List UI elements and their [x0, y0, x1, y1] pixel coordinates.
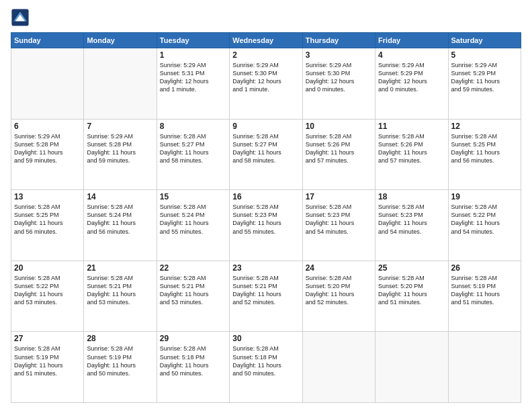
day-number: 3 [306, 50, 372, 60]
day-number: 8 [160, 122, 226, 131]
calendar-cell: 30Sunrise: 5:28 AMSunset: 5:18 PMDayligh… [230, 332, 302, 403]
calendar-cell: 19Sunrise: 5:28 AMSunset: 5:22 PMDayligh… [448, 190, 521, 261]
day-number: 1 [160, 50, 226, 60]
page: SundayMondayTuesdayWednesdayThursdayFrid… [0, 0, 532, 411]
day-detail: Sunrise: 5:28 AMSunset: 5:26 PMDaylight:… [306, 132, 372, 165]
calendar-cell: 10Sunrise: 5:28 AMSunset: 5:26 PMDayligh… [302, 119, 375, 190]
day-detail: Sunrise: 5:28 AMSunset: 5:27 PMDaylight:… [160, 132, 226, 165]
day-detail: Sunrise: 5:29 AMSunset: 5:28 PMDaylight:… [87, 132, 153, 165]
calendar-cell: 16Sunrise: 5:28 AMSunset: 5:23 PMDayligh… [230, 190, 302, 261]
day-detail: Sunrise: 5:28 AMSunset: 5:21 PMDaylight:… [232, 274, 299, 307]
calendar-cell: 9Sunrise: 5:28 AMSunset: 5:27 PMDaylight… [230, 119, 302, 190]
day-number: 6 [14, 122, 81, 131]
calendar-cell: 22Sunrise: 5:28 AMSunset: 5:21 PMDayligh… [157, 261, 229, 332]
day-number: 28 [87, 334, 153, 343]
calendar-cell: 21Sunrise: 5:28 AMSunset: 5:21 PMDayligh… [84, 261, 157, 332]
calendar-cell: 5Sunrise: 5:29 AMSunset: 5:29 PMDaylight… [448, 48, 521, 120]
day-number: 23 [232, 263, 299, 273]
day-detail: Sunrise: 5:28 AMSunset: 5:25 PMDaylight:… [14, 203, 81, 236]
logo [11, 8, 31, 27]
weekday-header: Wednesday [230, 33, 302, 48]
day-number: 2 [232, 50, 299, 60]
calendar-cell: 4Sunrise: 5:29 AMSunset: 5:29 PMDaylight… [375, 48, 448, 120]
calendar-cell: 11Sunrise: 5:28 AMSunset: 5:26 PMDayligh… [375, 119, 448, 190]
day-number: 9 [232, 122, 299, 131]
day-number: 13 [14, 192, 81, 201]
calendar-cell: 7Sunrise: 5:29 AMSunset: 5:28 PMDaylight… [84, 119, 157, 190]
calendar-cell: 8Sunrise: 5:28 AMSunset: 5:27 PMDaylight… [157, 119, 229, 190]
calendar-week-row: 6Sunrise: 5:29 AMSunset: 5:28 PMDaylight… [11, 119, 521, 190]
day-number: 29 [160, 334, 226, 343]
day-number: 5 [451, 50, 518, 60]
day-number: 26 [451, 263, 518, 273]
day-number: 15 [160, 192, 226, 201]
calendar-cell [302, 332, 375, 403]
day-detail: Sunrise: 5:28 AMSunset: 5:20 PMDaylight:… [378, 274, 445, 307]
day-detail: Sunrise: 5:28 AMSunset: 5:19 PMDaylight:… [14, 345, 81, 377]
calendar-cell: 24Sunrise: 5:28 AMSunset: 5:20 PMDayligh… [302, 261, 375, 332]
calendar-cell: 18Sunrise: 5:28 AMSunset: 5:23 PMDayligh… [375, 190, 448, 261]
calendar-cell: 3Sunrise: 5:29 AMSunset: 5:30 PMDaylight… [302, 48, 375, 120]
day-detail: Sunrise: 5:29 AMSunset: 5:29 PMDaylight:… [378, 61, 445, 94]
day-detail: Sunrise: 5:28 AMSunset: 5:18 PMDaylight:… [160, 345, 226, 377]
day-detail: Sunrise: 5:28 AMSunset: 5:18 PMDaylight:… [232, 345, 299, 377]
weekday-header: Friday [375, 33, 448, 48]
day-number: 24 [306, 263, 372, 273]
day-detail: Sunrise: 5:28 AMSunset: 5:22 PMDaylight:… [14, 274, 81, 307]
calendar-cell: 12Sunrise: 5:28 AMSunset: 5:25 PMDayligh… [448, 119, 521, 190]
day-detail: Sunrise: 5:28 AMSunset: 5:24 PMDaylight:… [87, 203, 153, 236]
day-number: 17 [306, 192, 372, 201]
day-number: 10 [306, 122, 372, 131]
calendar-cell: 2Sunrise: 5:29 AMSunset: 5:30 PMDaylight… [230, 48, 302, 120]
day-detail: Sunrise: 5:28 AMSunset: 5:21 PMDaylight:… [87, 274, 153, 307]
day-detail: Sunrise: 5:28 AMSunset: 5:25 PMDaylight:… [451, 132, 518, 165]
weekday-header: Tuesday [157, 33, 229, 48]
day-detail: Sunrise: 5:29 AMSunset: 5:30 PMDaylight:… [232, 61, 299, 94]
day-detail: Sunrise: 5:28 AMSunset: 5:24 PMDaylight:… [160, 203, 226, 236]
calendar-cell [375, 332, 448, 403]
calendar-cell: 27Sunrise: 5:28 AMSunset: 5:19 PMDayligh… [11, 332, 84, 403]
day-detail: Sunrise: 5:28 AMSunset: 5:27 PMDaylight:… [232, 132, 299, 165]
calendar-cell [11, 48, 84, 120]
calendar-week-row: 20Sunrise: 5:28 AMSunset: 5:22 PMDayligh… [11, 261, 521, 332]
day-number: 22 [160, 263, 226, 273]
day-number: 18 [378, 192, 445, 201]
calendar-cell [84, 48, 157, 120]
calendar-week-row: 13Sunrise: 5:28 AMSunset: 5:25 PMDayligh… [11, 190, 521, 261]
day-number: 25 [378, 263, 445, 273]
day-number: 12 [451, 122, 518, 131]
calendar-cell: 28Sunrise: 5:28 AMSunset: 5:19 PMDayligh… [84, 332, 157, 403]
day-number: 4 [378, 50, 445, 60]
calendar-cell: 14Sunrise: 5:28 AMSunset: 5:24 PMDayligh… [84, 190, 157, 261]
calendar-cell: 15Sunrise: 5:28 AMSunset: 5:24 PMDayligh… [157, 190, 229, 261]
day-number: 7 [87, 122, 153, 131]
day-number: 19 [451, 192, 518, 201]
day-detail: Sunrise: 5:28 AMSunset: 5:22 PMDaylight:… [451, 203, 518, 236]
day-number: 27 [14, 334, 81, 343]
day-detail: Sunrise: 5:29 AMSunset: 5:31 PMDaylight:… [160, 61, 226, 94]
calendar-cell: 25Sunrise: 5:28 AMSunset: 5:20 PMDayligh… [375, 261, 448, 332]
calendar-week-row: 1Sunrise: 5:29 AMSunset: 5:31 PMDaylight… [11, 48, 521, 120]
day-number: 16 [232, 192, 299, 201]
calendar-cell: 6Sunrise: 5:29 AMSunset: 5:28 PMDaylight… [11, 119, 84, 190]
weekday-header: Saturday [448, 33, 521, 48]
day-detail: Sunrise: 5:28 AMSunset: 5:21 PMDaylight:… [160, 274, 226, 307]
day-detail: Sunrise: 5:28 AMSunset: 5:19 PMDaylight:… [451, 274, 518, 307]
calendar-cell: 23Sunrise: 5:28 AMSunset: 5:21 PMDayligh… [230, 261, 302, 332]
day-detail: Sunrise: 5:28 AMSunset: 5:23 PMDaylight:… [232, 203, 299, 236]
calendar-cell [448, 332, 521, 403]
day-detail: Sunrise: 5:29 AMSunset: 5:29 PMDaylight:… [451, 61, 518, 94]
calendar-cell: 29Sunrise: 5:28 AMSunset: 5:18 PMDayligh… [157, 332, 229, 403]
calendar-cell: 20Sunrise: 5:28 AMSunset: 5:22 PMDayligh… [11, 261, 84, 332]
calendar-cell: 26Sunrise: 5:28 AMSunset: 5:19 PMDayligh… [448, 261, 521, 332]
weekday-header: Sunday [11, 33, 84, 48]
calendar-header-row: SundayMondayTuesdayWednesdayThursdayFrid… [11, 33, 521, 48]
calendar-cell: 13Sunrise: 5:28 AMSunset: 5:25 PMDayligh… [11, 190, 84, 261]
day-detail: Sunrise: 5:28 AMSunset: 5:19 PMDaylight:… [87, 345, 153, 377]
day-detail: Sunrise: 5:28 AMSunset: 5:20 PMDaylight:… [306, 274, 372, 307]
calendar-week-row: 27Sunrise: 5:28 AMSunset: 5:19 PMDayligh… [11, 332, 521, 403]
day-detail: Sunrise: 5:28 AMSunset: 5:26 PMDaylight:… [378, 132, 445, 165]
calendar-cell: 1Sunrise: 5:29 AMSunset: 5:31 PMDaylight… [157, 48, 229, 120]
calendar-table: SundayMondayTuesdayWednesdayThursdayFrid… [11, 32, 521, 403]
calendar-cell: 17Sunrise: 5:28 AMSunset: 5:23 PMDayligh… [302, 190, 375, 261]
